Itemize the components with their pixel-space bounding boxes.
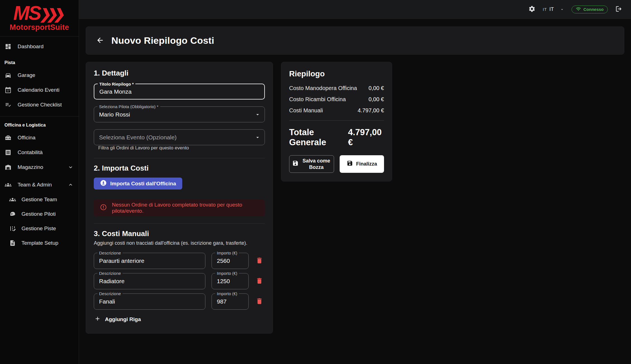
descrizione-input[interactable] bbox=[99, 258, 200, 264]
logo-chevrons-icon bbox=[40, 8, 67, 23]
import-costs-label: Importa Costi dall'Officina bbox=[110, 181, 176, 187]
save-icon bbox=[347, 160, 353, 168]
delete-row-button[interactable] bbox=[254, 277, 265, 285]
manual-cost-row: Descrizione Importo (€) bbox=[94, 293, 265, 310]
summary-row-value: 0,00 € bbox=[368, 96, 384, 103]
sidebar-item-template-setup[interactable]: Template Setup bbox=[0, 236, 79, 250]
total-row: Totale Generale 4.797,00 € bbox=[289, 127, 384, 147]
cost-form-card: 1. Dettagli Titolo Riepilogo * Seleziona… bbox=[86, 62, 273, 334]
edit-road-icon bbox=[9, 225, 16, 232]
importo-label: Importo (€) bbox=[215, 291, 239, 296]
import-costs-button[interactable]: Importa Costi dall'Officina bbox=[94, 178, 182, 190]
add-row-button[interactable]: Aggiungi Riga bbox=[94, 314, 141, 325]
app-root: MS MotorsportSuite Dashboard Pista Garag… bbox=[0, 0, 631, 364]
groups-icon bbox=[9, 196, 16, 203]
descrizione-field[interactable]: Descrizione bbox=[94, 273, 205, 289]
content-columns: 1. Dettagli Titolo Riepilogo * Seleziona… bbox=[86, 62, 624, 334]
warehouse-icon bbox=[5, 164, 11, 171]
connection-status-text: Connesso bbox=[583, 7, 604, 12]
descrizione-field[interactable]: Descrizione bbox=[94, 253, 205, 269]
total-label: Totale Generale bbox=[289, 127, 346, 147]
section-details-heading: 1. Dettagli bbox=[94, 69, 265, 77]
save-draft-button[interactable]: Salva come Bozza bbox=[289, 155, 334, 173]
back-button[interactable] bbox=[96, 36, 104, 45]
section-divider bbox=[94, 224, 265, 224]
summary-card: Riepilogo Costo Manodopera Officina 0,00… bbox=[281, 62, 392, 181]
descrizione-input[interactable] bbox=[99, 298, 200, 305]
sidebar-item-gestione-checklist[interactable]: Gestione Checklist bbox=[0, 98, 79, 112]
summary-row-value: 4.797,00 € bbox=[358, 107, 384, 114]
titolo-riepilogo-label: Titolo Riepilogo * bbox=[98, 82, 135, 87]
summary-row-label: Costo Ricambi Officina bbox=[289, 96, 346, 103]
sidebar-section-officina-logistica: Officina e Logistica bbox=[0, 117, 79, 130]
importo-field[interactable]: Importo (€) bbox=[212, 253, 249, 269]
main-area: IT IT Connesso Nuovo Riepilogo Costi bbox=[79, 0, 631, 364]
sidebar-item-magazzino[interactable]: Magazzino bbox=[0, 160, 79, 175]
gear-icon bbox=[528, 5, 536, 13]
importo-label: Importo (€) bbox=[215, 251, 239, 256]
descrizione-field[interactable]: Descrizione bbox=[94, 293, 205, 310]
descrizione-input[interactable] bbox=[99, 278, 200, 285]
sidebar-item-gestione-piloti[interactable]: Gestione Piloti bbox=[0, 207, 79, 221]
language-selector[interactable]: IT IT bbox=[543, 6, 564, 12]
seleziona-pilota-label: Seleziona Pilota (Obbligatorio) * bbox=[97, 104, 160, 109]
sidebar-item-team-admin[interactable]: Team & Admin bbox=[0, 178, 79, 192]
delete-row-button[interactable] bbox=[254, 257, 265, 265]
summary-divider bbox=[289, 120, 384, 121]
toolbox-icon bbox=[5, 134, 11, 141]
logout-icon bbox=[615, 5, 622, 13]
seleziona-evento-placeholder: Seleziona Evento (Opzionale) bbox=[99, 134, 177, 141]
importo-field[interactable]: Importo (€) bbox=[212, 273, 249, 289]
seleziona-pilota-value: Mario Rossi bbox=[99, 111, 130, 118]
sidebar-subnav-team-admin: Gestione Team Gestione Piloti Gestione P… bbox=[0, 192, 79, 250]
summary-heading: Riepilogo bbox=[289, 69, 384, 78]
sidebar-item-contabilita[interactable]: Contabilità bbox=[0, 145, 79, 160]
seleziona-evento-select[interactable]: Seleziona Evento (Opzionale) bbox=[94, 129, 265, 145]
groups-icon bbox=[5, 181, 11, 188]
importo-input[interactable] bbox=[217, 298, 243, 305]
finalize-label: Finalizza bbox=[356, 161, 377, 167]
dropdown-caret-icon bbox=[560, 7, 564, 12]
logout-button[interactable] bbox=[615, 5, 622, 13]
section-manual-heading: 3. Costi Manuali bbox=[94, 229, 265, 238]
sidebar-item-garage[interactable]: Garage bbox=[0, 68, 79, 83]
evento-helper-text: Filtra gli Ordini di Lavoro per questo e… bbox=[98, 145, 265, 151]
titolo-riepilogo-field[interactable]: Titolo Riepilogo * bbox=[94, 84, 265, 100]
section-divider bbox=[94, 158, 265, 158]
importo-field[interactable]: Importo (€) bbox=[212, 293, 249, 310]
importo-input[interactable] bbox=[217, 278, 243, 285]
importo-input[interactable] bbox=[217, 258, 243, 264]
alert-text: Nessun Ordine di Lavoro completato trova… bbox=[112, 202, 259, 214]
checklist-icon bbox=[5, 101, 11, 108]
trash-icon bbox=[256, 257, 263, 265]
summary-row-label: Costi Manuali bbox=[289, 107, 323, 114]
wifi-icon bbox=[576, 6, 581, 13]
language-flag: IT bbox=[543, 7, 547, 12]
seleziona-pilota-select[interactable]: Seleziona Pilota (Obbligatorio) * Mario … bbox=[94, 106, 265, 122]
settings-button[interactable] bbox=[528, 5, 536, 13]
sidebar-item-dashboard[interactable]: Dashboard bbox=[0, 39, 79, 54]
select-caret-icon bbox=[255, 134, 261, 140]
manual-cost-row: Descrizione Importo (€) bbox=[94, 253, 265, 269]
brand-logo: MS MotorsportSuite bbox=[0, 0, 79, 36]
sidebar-item-calendario-eventi[interactable]: Calendario Eventi bbox=[0, 83, 79, 98]
delete-row-button[interactable] bbox=[254, 297, 265, 306]
page-content: Nuovo Riepilogo Costi 1. Dettagli Titolo… bbox=[79, 19, 631, 364]
dashboard-icon bbox=[5, 43, 11, 50]
sidebar-item-officina[interactable]: Officina bbox=[0, 130, 79, 145]
connection-status-badge: Connesso bbox=[572, 6, 608, 13]
section-import-heading: 2. Importa Costi bbox=[94, 164, 265, 173]
descrizione-label: Descrizione bbox=[97, 271, 123, 276]
total-value: 4.797,00 € bbox=[348, 127, 384, 147]
finalize-button[interactable]: Finalizza bbox=[340, 155, 384, 173]
topbar: IT IT Connesso bbox=[79, 0, 631, 19]
sidebar: MS MotorsportSuite Dashboard Pista Garag… bbox=[0, 0, 79, 364]
sidebar-item-gestione-piste[interactable]: Gestione Piste bbox=[0, 221, 79, 236]
titolo-riepilogo-input[interactable] bbox=[99, 88, 259, 95]
sidebar-nav: Dashboard Pista Garage Calendario Eventi… bbox=[0, 37, 79, 250]
sidebar-item-gestione-team[interactable]: Gestione Team bbox=[0, 192, 79, 207]
page-header: Nuovo Riepilogo Costi bbox=[86, 26, 624, 55]
manual-costs-subtitle: Aggiungi costi non tracciati dall'offici… bbox=[94, 240, 265, 246]
summary-row-ricambi: Costo Ricambi Officina 0,00 € bbox=[289, 96, 384, 103]
calendar-icon bbox=[5, 87, 11, 93]
